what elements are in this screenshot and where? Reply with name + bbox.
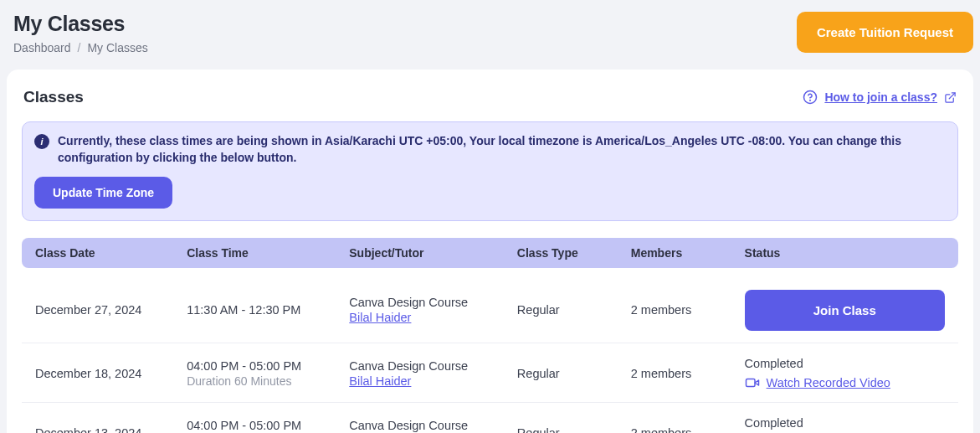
table-row: December 27, 202411:30 AM - 12:30 PMCanv… — [22, 276, 958, 343]
table-row: December 18, 202404:00 PM - 05:00 PMDura… — [22, 343, 958, 403]
subject-name: Canva Design Course — [349, 359, 517, 373]
svg-line-2 — [949, 92, 955, 98]
subject-name: Canva Design Course — [349, 296, 517, 309]
help-circle-icon — [803, 90, 818, 105]
status-text: Completed — [745, 416, 945, 430]
page-title: My Classes — [13, 12, 148, 36]
update-timezone-button[interactable]: Update Time Zone — [34, 177, 172, 209]
th-time: Class Time — [187, 246, 349, 260]
cell-subject: Canva Design CourseBilal Haider — [349, 296, 517, 324]
cell-type: Regular — [517, 303, 631, 317]
cell-time: 04:00 PM - 05:00 PMDuration 60 Minutes — [187, 419, 349, 433]
breadcrumb: Dashboard / My Classes — [13, 41, 148, 54]
video-icon — [745, 375, 760, 390]
cell-time: 04:00 PM - 05:00 PMDuration 60 Minutes — [187, 359, 349, 388]
status-text: Completed — [745, 357, 945, 370]
classes-card: Classes How to join a class? i Currently… — [7, 70, 973, 433]
cell-date: December 27, 2024 — [35, 303, 187, 317]
card-header: Classes How to join a class? — [22, 83, 958, 106]
page-header: My Classes Dashboard / My Classes Create… — [0, 0, 980, 70]
create-tuition-request-button[interactable]: Create Tuition Request — [797, 12, 973, 53]
external-link-icon — [944, 91, 957, 104]
cell-date: December 18, 2024 — [35, 367, 187, 380]
breadcrumb-current: My Classes — [87, 41, 147, 54]
th-date: Class Date — [35, 246, 187, 260]
cell-status: CompletedWatch Recorded Video — [745, 416, 945, 433]
class-time: 11:30 AM - 12:30 PM — [187, 303, 349, 317]
cell-date: December 13, 2024 — [35, 426, 187, 433]
class-time: 04:00 PM - 05:00 PM — [187, 359, 349, 373]
th-type: Class Type — [517, 246, 631, 260]
cell-subject: Canva Design CourseBilal Haider — [349, 359, 517, 388]
tutor-link[interactable]: Bilal Haider — [349, 374, 411, 388]
card-title: Classes — [23, 88, 84, 106]
table-body: December 27, 202411:30 AM - 12:30 PMCanv… — [22, 276, 958, 433]
svg-point-1 — [810, 100, 811, 101]
cell-status: CompletedWatch Recorded Video — [745, 357, 945, 390]
how-to-join-text: How to join a class? — [824, 90, 937, 104]
table-header: Class Date Class Time Subject/Tutor Clas… — [22, 238, 958, 268]
table-row: December 13, 202404:00 PM - 05:00 PMDura… — [22, 403, 958, 433]
th-members: Members — [631, 246, 745, 260]
class-time: 04:00 PM - 05:00 PM — [187, 419, 349, 432]
svg-rect-3 — [746, 379, 755, 386]
info-icon: i — [34, 134, 49, 149]
cell-type: Regular — [517, 426, 631, 433]
timezone-notice: i Currently, these class times are being… — [22, 121, 958, 221]
cell-time: 11:30 AM - 12:30 PM — [187, 303, 349, 317]
watch-recorded-video-link[interactable]: Watch Recorded Video — [745, 375, 945, 390]
cell-members: 2 members — [631, 303, 745, 317]
th-status: Status — [745, 246, 945, 260]
join-class-button[interactable]: Join Class — [745, 290, 945, 331]
th-subject: Subject/Tutor — [349, 246, 517, 260]
breadcrumb-separator: / — [78, 41, 81, 54]
watch-recorded-video-text: Watch Recorded Video — [767, 376, 890, 389]
cell-status: Join Class — [745, 290, 945, 331]
cell-members: 2 members — [631, 367, 745, 380]
breadcrumb-root[interactable]: Dashboard — [13, 41, 71, 54]
how-to-join-link[interactable]: How to join a class? — [803, 90, 957, 105]
cell-type: Regular — [517, 367, 631, 380]
subject-name: Canva Design Course — [349, 419, 517, 432]
timezone-notice-text: Currently, these class times are being s… — [58, 132, 946, 167]
cell-subject: Canva Design CourseBilal Haider — [349, 419, 517, 433]
tutor-link[interactable]: Bilal Haider — [349, 311, 411, 324]
cell-members: 2 members — [631, 426, 745, 433]
class-duration: Duration 60 Minutes — [187, 374, 349, 388]
